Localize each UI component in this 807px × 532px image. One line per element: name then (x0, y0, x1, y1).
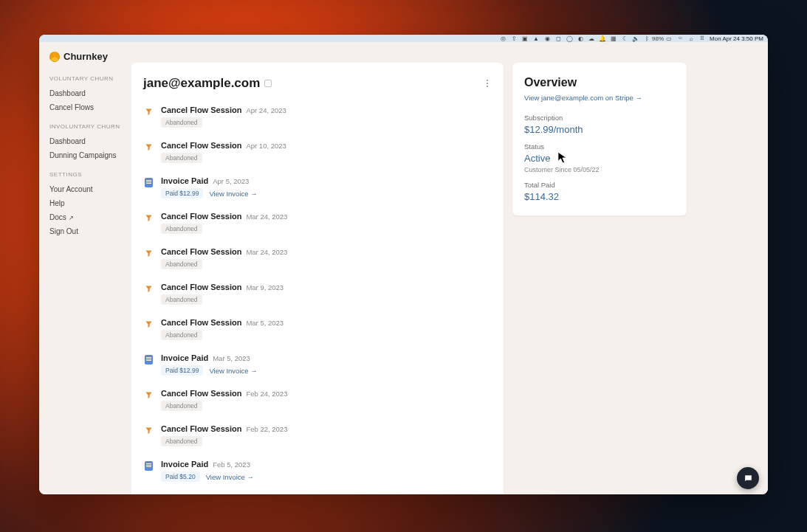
chat-icon (744, 474, 753, 483)
event-title: Invoice Paid (161, 353, 208, 362)
customer-email: jane@example.com (143, 76, 260, 91)
event-cancel-flow[interactable]: Cancel Flow SessionMar 24, 2023Abandoned (143, 243, 492, 278)
event-date: Mar 24, 2023 (246, 248, 287, 256)
subscription-value: $12.99/month (524, 124, 675, 135)
abandoned-tag: Abandoned (161, 401, 202, 411)
menubar-icon[interactable]: ◯ (566, 35, 573, 42)
event-cancel-flow[interactable]: Cancel Flow SessionFeb 22, 2023Abandoned (143, 420, 492, 455)
page-title: jane@example.com (143, 76, 272, 91)
nav-item[interactable]: Dashboard (49, 134, 131, 148)
view-invoice-link[interactable]: View Invoice → (206, 473, 254, 481)
event-cancel-flow[interactable]: Cancel Flow SessionFeb 24, 2023Abandoned (143, 384, 492, 420)
status-label: Status (524, 142, 675, 151)
nav-item[interactable]: Dunning Campaigns (49, 148, 131, 162)
external-link-icon: ↗ (69, 215, 74, 221)
event-date: Apr 5, 2023 (213, 177, 249, 185)
customer-since: Customer Since 05/05/22 (524, 166, 675, 173)
invoice-icon (145, 178, 153, 187)
overview-title: Overview (524, 76, 675, 89)
total-paid-value: $114.32 (524, 191, 675, 202)
event-title: Cancel Flow Session (161, 318, 241, 327)
brand-logo-icon (49, 52, 60, 62)
menubar-icon[interactable]: ◎ (499, 35, 506, 42)
do-not-disturb-icon[interactable]: ☾ (621, 35, 628, 42)
view-invoice-link[interactable]: View Invoice → (209, 190, 257, 198)
menubar-icon[interactable]: ◉ (543, 35, 551, 42)
event-date: Feb 5, 2023 (213, 460, 250, 469)
nav-item[interactable]: Dashboard (49, 86, 131, 100)
menubar-icon[interactable]: 🔔 (599, 35, 606, 42)
nav-item[interactable]: Docs↗ (49, 210, 131, 224)
wifi-icon[interactable]: ⌔ (676, 35, 684, 42)
battery-icon[interactable]: ▭ (665, 35, 673, 42)
menubar-icon[interactable]: ◻ (554, 35, 562, 42)
event-date: Feb 22, 2023 (246, 425, 287, 433)
bluetooth-icon[interactable]: ᛒ (643, 35, 650, 42)
menubar-icon[interactable]: ▦ (610, 35, 617, 42)
event-cancel-flow[interactable]: Cancel Flow SessionMar 9, 2023Abandoned (143, 278, 492, 314)
status-value: Active (524, 153, 675, 164)
brand[interactable]: Churnkey (49, 51, 131, 62)
sidebar: Churnkey VOLUNTARY CHURNDashboardCancel … (39, 42, 131, 494)
event-invoice[interactable]: Invoice PaidMar 5, 2023Paid $12.99View I… (143, 349, 492, 384)
funnel-icon (143, 213, 154, 223)
event-title: Cancel Flow Session (161, 424, 241, 433)
event-cancel-flow[interactable]: Cancel Flow SessionMar 24, 2023Abandoned (143, 207, 492, 243)
event-date: Mar 9, 2023 (246, 283, 284, 291)
brand-name: Churnkey (63, 51, 108, 62)
menubar-clock[interactable]: Mon Apr 24 3:50 PM (710, 35, 763, 42)
control-center-icon[interactable]: ⠿ (698, 35, 706, 42)
event-date: Mar 24, 2023 (246, 213, 287, 221)
event-title: Invoice Paid (161, 176, 208, 185)
nav-item[interactable]: Help (49, 196, 131, 210)
paid-tag: Paid $12.99 (161, 365, 203, 376)
overview-card: Overview View jane@example.com on Stripe… (512, 63, 687, 215)
abandoned-tag: Abandoned (161, 294, 202, 305)
search-icon[interactable]: ⌕ (687, 35, 695, 42)
event-title: Invoice Paid (161, 460, 208, 469)
copy-icon[interactable] (264, 80, 272, 87)
abandoned-tag: Abandoned (161, 436, 202, 446)
nav-section-label: VOLUNTARY CHURN (49, 75, 131, 82)
event-date: Mar 5, 2023 (213, 354, 250, 362)
funnel-icon (143, 283, 154, 294)
abandoned-tag: Abandoned (161, 259, 202, 269)
view-invoice-link[interactable]: View Invoice → (209, 367, 257, 375)
event-cancel-flow[interactable]: Cancel Flow SessionApr 24, 2023Abandoned (143, 101, 492, 137)
event-date: Apr 24, 2023 (246, 106, 286, 114)
menubar-icon[interactable]: ⇪ (510, 35, 518, 42)
view-on-stripe-link[interactable]: View jane@example.com on Stripe → (524, 94, 675, 102)
menubar-icon[interactable]: ☁ (588, 35, 595, 42)
event-title: Cancel Flow Session (161, 247, 241, 256)
nav-item[interactable]: Your Account (49, 182, 131, 196)
nav-section-label: INVOLUNTARY CHURN (49, 123, 131, 130)
event-title: Cancel Flow Session (161, 212, 241, 221)
funnel-icon (143, 142, 154, 152)
volume-icon[interactable]: 🔈 (632, 35, 639, 42)
more-menu-icon[interactable] (483, 79, 492, 88)
nav-section-label: SETTINGS (49, 171, 131, 178)
funnel-icon (143, 106, 154, 117)
event-invoice[interactable]: Invoice PaidFeb 5, 2023Paid $5.20View In… (143, 455, 492, 491)
menubar-icon[interactable]: ▲ (532, 35, 540, 42)
event-cancel-flow[interactable]: Cancel Flow SessionApr 10, 2023Abandoned (143, 137, 492, 172)
event-date: Apr 10, 2023 (246, 142, 286, 150)
nav-item[interactable]: Sign Out (49, 224, 131, 238)
event-date: Mar 5, 2023 (246, 319, 284, 327)
chat-fab[interactable] (737, 467, 759, 489)
abandoned-tag: Abandoned (161, 153, 202, 163)
event-cancel-flow[interactable]: Cancel Flow SessionMar 5, 2023Abandoned (143, 314, 492, 349)
menubar-icon[interactable]: ◐ (577, 35, 584, 42)
total-paid-label: Total Paid (524, 181, 675, 189)
abandoned-tag: Abandoned (161, 224, 202, 234)
invoice-icon (145, 355, 153, 365)
nav-item[interactable]: Cancel Flows (49, 100, 131, 114)
event-invoice[interactable]: Invoice PaidApr 5, 2023Paid $12.99View I… (143, 172, 492, 207)
paid-tag: Paid $12.99 (161, 188, 203, 198)
macos-menubar: ◎ ⇪ ▣ ▲ ◉ ◻ ◯ ◐ ☁ 🔔 ▦ ☾ 🔈 ᛒ 98% ▭ ⌔ ⌕ ⠿ … (39, 35, 768, 42)
battery-pct: 98% (654, 35, 662, 42)
event-title: Cancel Flow Session (161, 389, 241, 398)
event-date: Feb 24, 2023 (246, 390, 287, 398)
paid-tag: Paid $5.20 (161, 471, 200, 482)
menubar-icon[interactable]: ▣ (521, 35, 529, 42)
